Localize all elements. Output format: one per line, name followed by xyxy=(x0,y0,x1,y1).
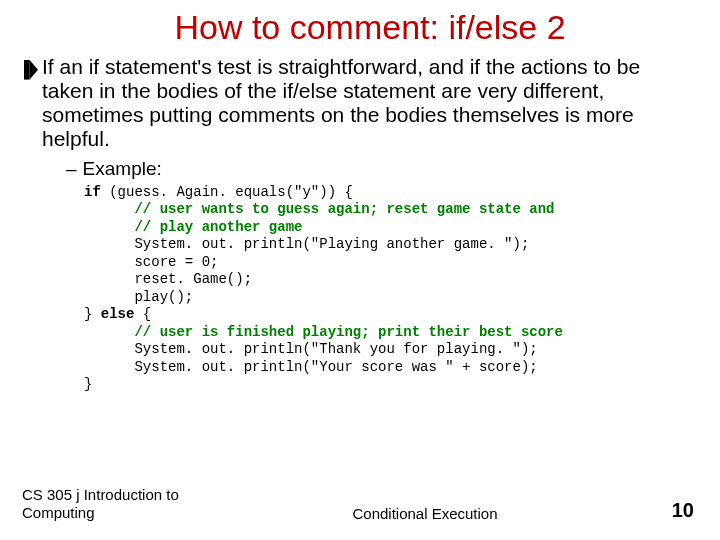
slide-body: If an if statement's test is straightfor… xyxy=(0,47,720,394)
code-kw-else: else xyxy=(101,306,135,322)
footer-topic: Conditional Execution xyxy=(200,505,650,522)
code-kw-if: if xyxy=(84,184,101,200)
example-label-row: –Example: xyxy=(66,158,696,180)
svg-marker-1 xyxy=(30,60,38,80)
code-line-8c: { xyxy=(134,306,151,322)
dash-icon: – xyxy=(66,158,77,179)
code-line-5: score = 0; xyxy=(134,254,218,270)
code-comment-1: // user wants to guess again; reset game… xyxy=(134,201,554,217)
code-line-8a: } xyxy=(84,306,101,322)
code-comment-2: // play another game xyxy=(134,219,302,235)
example-label: Example: xyxy=(83,158,162,179)
footer-course: CS 305 j Introduction to Computing xyxy=(0,486,200,522)
main-bullet: If an if statement's test is straightfor… xyxy=(24,55,696,152)
code-line-11: System. out. println("Your score was " +… xyxy=(134,359,537,375)
page-number: 10 xyxy=(650,499,720,522)
bullet-icon xyxy=(24,60,38,80)
slide-footer: CS 305 j Introduction to Computing Condi… xyxy=(0,486,720,522)
code-comment-3: // user is finished playing; print their… xyxy=(134,324,562,340)
svg-rect-0 xyxy=(24,60,30,80)
slide-title: How to comment: if/else 2 xyxy=(0,0,720,47)
main-paragraph: If an if statement's test is straightfor… xyxy=(42,55,696,152)
code-line-6: reset. Game(); xyxy=(134,271,252,287)
code-line-1b: (guess. Again. equals("y")) { xyxy=(101,184,353,200)
code-line-12: } xyxy=(84,376,92,392)
code-block: if (guess. Again. equals("y")) { // user… xyxy=(84,184,696,394)
code-line-7: play(); xyxy=(134,289,193,305)
code-line-10: System. out. println("Thank you for play… xyxy=(134,341,537,357)
code-line-4: System. out. println("Playing another ga… xyxy=(134,236,529,252)
